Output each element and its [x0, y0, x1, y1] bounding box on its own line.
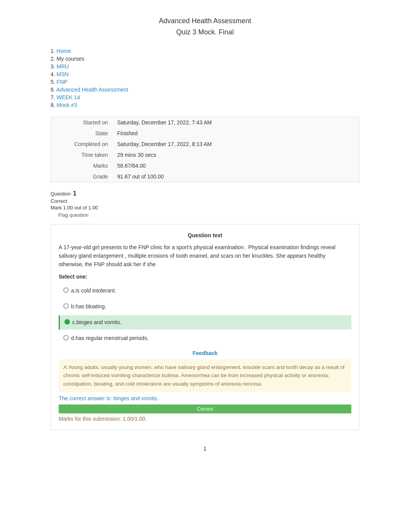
info-label: Completed on: [51, 139, 113, 150]
breadcrumb-item[interactable]: 5. FNP: [51, 78, 359, 86]
info-row: Grade 91.67 out of 100.00: [51, 171, 359, 182]
breadcrumb-link[interactable]: Mock #3: [57, 102, 77, 108]
breadcrumb-link[interactable]: WEEK 14: [57, 94, 80, 100]
feedback-section: Feedback A.Young adults, usually young w…: [59, 350, 351, 422]
info-label: Grade: [51, 171, 113, 182]
info-row: Time taken 29 mins 30 secs: [51, 150, 359, 160]
info-value: 91.67 out of 100.00: [113, 171, 359, 182]
title-line1: Advanced Health Assessment: [159, 17, 251, 25]
info-row: Marks 58.67/64.00: [51, 160, 359, 171]
option-indicator: [64, 319, 70, 325]
option-label: b.has bloating.: [71, 303, 106, 311]
option-indicator: [63, 287, 69, 293]
option-label: c.binges and vomits.: [72, 318, 122, 326]
question-mark: Mark 1.00 out of 1.00: [51, 205, 359, 211]
info-value: Saturday, December 17, 2022, 8:13 AM: [113, 139, 359, 150]
breadcrumb: 1. Home2. My courses3. MRU4. MSN5. FNP6.…: [51, 47, 359, 109]
answer-option[interactable]: a.is cold intolerant.: [59, 284, 351, 298]
option-indicator: [63, 303, 69, 309]
answer-option[interactable]: b.has bloating.: [59, 299, 351, 314]
marks-submission: Marks for this submission: 1.00/1.00.: [59, 416, 351, 422]
breadcrumb-item[interactable]: 6. Advanced Health Assessment: [51, 86, 359, 93]
breadcrumb-item[interactable]: 3. MRU: [51, 63, 359, 70]
title-line2: Quiz 3 Mock. Final: [176, 28, 234, 36]
breadcrumb-text: My courses: [57, 56, 85, 62]
answer-option[interactable]: c.binges and vomits.: [59, 315, 351, 330]
option-label: a.is cold intolerant.: [71, 287, 116, 295]
breadcrumb-link[interactable]: Home: [57, 48, 71, 54]
breadcrumb-link[interactable]: MRU: [57, 63, 69, 70]
page-wrapper: Advanced Health Assessment Quiz 3 Mock. …: [39, 8, 371, 459]
info-row: Completed on Saturday, December 17, 2022…: [51, 139, 359, 150]
info-row: Started on Saturday, December 17, 2022, …: [51, 117, 359, 128]
info-label: Marks: [51, 160, 113, 171]
breadcrumb-item[interactable]: 8. Mock #3: [51, 101, 359, 109]
feedback-body: A.Young adults, usually young women, who…: [59, 359, 351, 392]
option-label: d.has regular menstrual periods.: [71, 334, 149, 342]
pagination-current: 1: [203, 445, 207, 452]
question-number: 1: [73, 190, 76, 197]
question-text-title: Question text: [59, 232, 351, 238]
question-body: A 17-year-old girl presents to the FNP c…: [59, 243, 351, 269]
info-label: Time taken: [51, 150, 113, 160]
breadcrumb-link[interactable]: MSN: [57, 71, 69, 77]
question-label: Question: [51, 191, 71, 197]
question-box: Question text A 17-year-old girl present…: [51, 224, 359, 430]
breadcrumb-item: 2. My courses: [51, 55, 359, 63]
breadcrumb-link[interactable]: FNP: [57, 79, 68, 85]
feedback-title: Feedback: [59, 350, 351, 356]
info-value: 58.67/64.00: [113, 160, 359, 171]
info-label: State: [51, 128, 113, 139]
flag-question[interactable]: Flag question: [58, 212, 359, 218]
breadcrumb-link[interactable]: Advanced Health Assessment: [56, 87, 128, 93]
info-row: State Finished: [51, 128, 359, 139]
info-label: Started on: [51, 117, 113, 128]
question-header: Question 1 Correct Mark 1.00 out of 1.00: [51, 190, 359, 211]
info-value: 29 mins 30 secs: [113, 150, 359, 160]
option-indicator: [63, 335, 69, 340]
info-value: Finished: [113, 128, 359, 139]
pagination: 1: [51, 445, 359, 452]
question-status: Correct: [51, 198, 359, 204]
page-title: Advanced Health Assessment Quiz 3 Mock. …: [51, 15, 359, 38]
correct-banner: Correct: [59, 405, 351, 413]
breadcrumb-item[interactable]: 4. MSN: [51, 70, 359, 78]
correct-answer-line: The correct answer is: binges and vomits…: [59, 395, 351, 401]
flag-question-label: Flag question: [58, 212, 88, 218]
breadcrumb-item[interactable]: 7. WEEK 14: [51, 93, 359, 101]
select-one-label: Select one:: [59, 274, 351, 280]
breadcrumb-item[interactable]: 1. Home: [51, 47, 359, 55]
options-container: a.is cold intolerant. b.has bloating. c.…: [59, 284, 351, 345]
answer-option[interactable]: d.has regular menstrual periods.: [59, 331, 351, 345]
quiz-info-table: Started on Saturday, December 17, 2022, …: [51, 117, 359, 182]
info-value: Saturday, December 17, 2022, 7:43 AM: [113, 117, 359, 128]
